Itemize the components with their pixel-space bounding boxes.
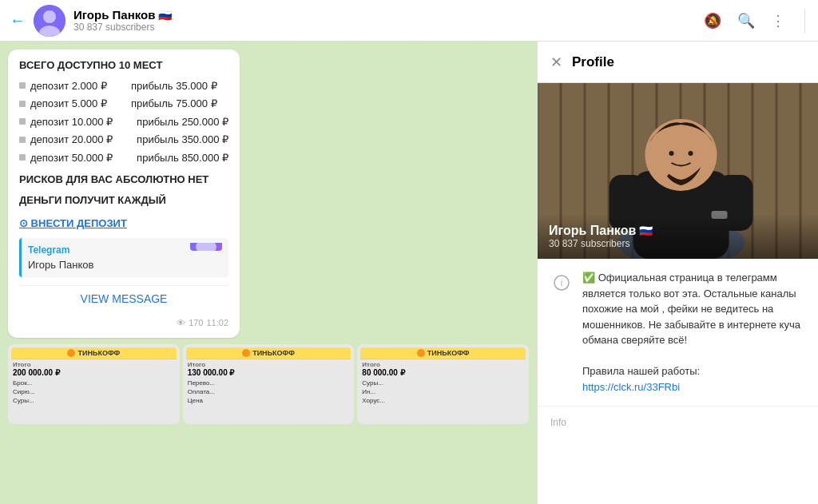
profit-amount: прибыль 350.000 ₽ — [137, 132, 228, 148]
deposit-amount: депозит 2.000 ₽ — [19, 78, 107, 94]
bank-row: Цена — [186, 396, 351, 405]
header-icons: 🔕 🔍 ⋮ — [704, 9, 808, 33]
profile-title: Profile — [572, 54, 614, 70]
mute-icon[interactable]: 🔕 — [704, 12, 721, 30]
close-button[interactable]: ✕ — [550, 54, 562, 71]
bank-row: Сирю... — [11, 387, 177, 396]
profile-cover-overlay: Игорь Панков 🇷🇺 30 837 subscribers — [538, 214, 818, 259]
chat-area: ВСЕГО ДОСТУПНО 10 МЕСТ депозит 2.000 ₽ п… — [0, 42, 537, 504]
bank-total-1: Итого 200 000.00 ₽ — [11, 359, 177, 379]
views-icon: 👁 — [177, 316, 185, 330]
bullet-icon — [19, 137, 26, 143]
flag-icon: 🇷🇺 — [158, 9, 172, 22]
rules-link[interactable]: https://clck.ru/33FRbi — [582, 381, 680, 393]
risk-line: РИСКОВ ДЛЯ ВАС АБСОЛЮТНО НЕТ — [19, 172, 228, 188]
preview-name: Игорь Панков — [28, 257, 222, 273]
deposit-row: депозит 5.000 ₽ прибыль 75.000 ₽ — [19, 96, 228, 112]
deposit-row: депозит 10.000 ₽ прибыль 250.000 ₽ — [19, 114, 228, 130]
deposit-rows: депозит 2.000 ₽ прибыль 35.000 ₽ депозит… — [19, 78, 228, 166]
vertical-divider — [804, 9, 805, 33]
bio-row: i ✅ Официальная страница в телеграмм явл… — [550, 270, 805, 395]
profile-cover-image: Игорь Панков 🇷🇺 30 837 subscribers — [538, 83, 818, 259]
profile-cover-name: Игорь Панков 🇷🇺 — [549, 224, 807, 238]
bank-row: Перево... — [186, 379, 351, 387]
header-left: ← Игорь Панков 🇷🇺 30 837 subscribers — [10, 5, 704, 37]
svg-point-18 — [652, 155, 671, 179]
info-section: Info — [538, 407, 818, 432]
profit-amount: прибыль 35.000 ₽ — [131, 78, 217, 94]
bank-total-3: Итого 80 000.00 ₽ — [360, 359, 526, 379]
bank-row: Суры... — [11, 396, 177, 405]
svg-point-16 — [669, 151, 674, 156]
main-content: ВСЕГО ДОСТУПНО 10 МЕСТ депозит 2.000 ₽ п… — [0, 42, 818, 504]
deposit-link[interactable]: ⊙ ВНЕСТИ ДЕПОЗИТ — [19, 217, 127, 229]
preview-avatar — [190, 243, 222, 251]
deposit-row: депозит 50.000 ₽ прибыль 850.000 ₽ — [19, 150, 228, 166]
channel-avatar — [34, 5, 66, 37]
bank-row: Хорус... — [360, 396, 526, 405]
chat-header: ← Игорь Панков 🇷🇺 30 837 subscribers 🔕 🔍… — [0, 0, 818, 42]
bank-logo-3: ТИНЬКОФФ — [360, 347, 526, 359]
profile-cover-subscribers: 30 837 subscribers — [549, 238, 807, 249]
telegram-preview: Telegram Игорь Панков — [19, 238, 228, 278]
channel-subscribers: 30 837 subscribers — [73, 22, 172, 33]
bank-row: Ин... — [360, 387, 526, 396]
search-icon[interactable]: 🔍 — [737, 12, 755, 30]
profile-panel-header: ✕ Profile — [538, 42, 818, 83]
bank-total-2: Итого 130 000.00 ₽ — [186, 359, 351, 379]
back-button[interactable]: ← — [10, 11, 26, 30]
bank-row: Суры... — [360, 379, 526, 387]
chat-background: ВСЕГО ДОСТУПНО 10 МЕСТ депозит 2.000 ₽ п… — [0, 42, 537, 504]
bullet-icon — [19, 154, 26, 161]
svg-point-17 — [689, 151, 693, 156]
channel-info: Игорь Панков 🇷🇺 30 837 subscribers — [73, 8, 172, 33]
profit-amount: прибыль 850.000 ₽ — [137, 150, 228, 166]
more-icon[interactable]: ⋮ — [771, 12, 785, 30]
message-bubble: ВСЕГО ДОСТУПНО 10 МЕСТ депозит 2.000 ₽ п… — [8, 50, 240, 338]
info-label: Info — [550, 417, 566, 428]
view-message-button[interactable]: VIEW MESSAGE — [19, 285, 228, 312]
svg-point-5 — [196, 243, 216, 251]
message-meta: 👁 170 11:02 — [19, 316, 228, 330]
channel-name: Игорь Панков 🇷🇺 — [73, 8, 172, 22]
deposit-row: депозит 20.000 ₽ прибыль 350.000 ₽ — [19, 132, 228, 148]
bullet-icon — [19, 82, 26, 89]
bank-statement-2: ТИНЬКОФФ Итого 130 000.00 ₽ Перево... Оп… — [183, 344, 355, 424]
bank-row: Брок... — [11, 379, 177, 387]
profit-amount: прибыль 250.000 ₽ — [137, 114, 228, 130]
bullet-icon — [19, 101, 26, 107]
views-count: 170 — [189, 316, 203, 330]
images-strip: ТИНЬКОФФ Итого 200 000.00 ₽ Брок... Сирю… — [0, 341, 537, 432]
profit-amount: прибыль 75.000 ₽ — [131, 96, 217, 112]
profile-panel: ✕ Profile — [537, 42, 818, 504]
bank-statement-3: ТИНЬКОФФ Итого 80 000.00 ₽ Суры... Ин...… — [357, 344, 529, 424]
bullet-icon — [19, 118, 26, 125]
bank-logo-1: ТИНЬКОФФ — [11, 347, 177, 359]
deposit-amount: депозит 20.000 ₽ — [19, 132, 113, 148]
money-line: ДЕНЬГИ ПОЛУЧИТ КАЖДЫЙ — [19, 192, 228, 208]
deposit-amount: депозит 10.000 ₽ — [19, 114, 113, 130]
bank-row: Оплата... — [186, 387, 351, 396]
bio-text: ✅ Официальная страница в телеграмм являе… — [582, 270, 805, 395]
bank-logo-2: ТИНЬКОФФ — [186, 347, 351, 359]
deposit-amount: депозит 5.000 ₽ — [19, 96, 107, 112]
msg-header: ВСЕГО ДОСТУПНО 10 МЕСТ — [19, 58, 228, 73]
svg-text:i: i — [561, 278, 562, 288]
svg-point-1 — [43, 10, 56, 23]
bank-statement-1: ТИНЬКОФФ Итого 200 000.00 ₽ Брок... Сирю… — [8, 344, 180, 424]
deposit-amount: депозит 50.000 ₽ — [19, 150, 113, 166]
cover-flag: 🇷🇺 — [639, 224, 653, 237]
info-circle-icon: i — [550, 272, 573, 294]
profile-bio-section: i ✅ Официальная страница в телеграмм явл… — [538, 259, 818, 407]
deposit-row: депозит 2.000 ₽ прибыль 35.000 ₽ — [19, 78, 228, 94]
deposit-link-row: ⊙ ВНЕСТИ ДЕПОЗИТ — [19, 216, 228, 232]
message-time: 11:02 — [206, 316, 228, 330]
